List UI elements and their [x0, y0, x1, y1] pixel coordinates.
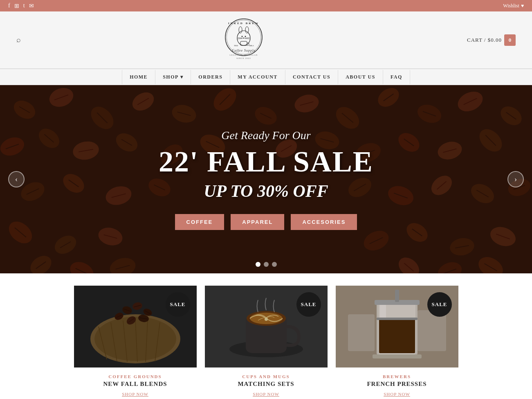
- hero-prev-button[interactable]: ‹: [8, 171, 25, 187]
- cart-count: 0: [504, 34, 516, 46]
- svg-point-8: [243, 38, 245, 38]
- heart-icon: ♥: [521, 3, 524, 9]
- product-name-cups: MATCHING SETS: [208, 381, 324, 388]
- product-card-coffee[interactable]: SALE COFFEE GROUNDS NEW FALL BLENDS SHOP…: [74, 286, 197, 399]
- sale-badge-coffee: SALE: [166, 292, 190, 317]
- svg-point-6: [242, 36, 243, 37]
- chevron-down-icon: ▾: [180, 74, 184, 80]
- sale-badge-cups: SALE: [296, 292, 321, 317]
- hero-dot-1[interactable]: [256, 262, 260, 267]
- svg-line-9: [238, 38, 242, 38]
- header-right: CART / $0.00 0: [467, 34, 516, 46]
- svg-text:SINCE 2022: SINCE 2022: [237, 57, 251, 59]
- product-name-coffee: NEW FALL BLENDS: [77, 381, 193, 388]
- hero-content: Get Ready For Our 22' FALL SALE UP TO 30…: [0, 85, 532, 273]
- shop-now-brewers[interactable]: SHOP NOW: [384, 392, 410, 397]
- nav-faq[interactable]: FAQ: [383, 70, 410, 84]
- hero-banner: Get Ready For Our 22' FALL SALE UP TO 30…: [0, 85, 532, 273]
- nav-shop[interactable]: SHOP ▾: [155, 70, 191, 84]
- top-bar: f ⊞ t ✉ Wishlist ♥: [0, 0, 532, 11]
- product-card-cups[interactable]: SALE CUPS AND MUGS MATCHING SETS SHOP NO…: [205, 286, 328, 399]
- facebook-icon[interactable]: f: [8, 2, 10, 9]
- svg-text:Coffee Supply: Coffee Supply: [232, 49, 256, 52]
- svg-point-7: [245, 36, 246, 37]
- hero-accessories-button[interactable]: ACCESORIES: [291, 214, 357, 230]
- hero-dot-2[interactable]: [264, 262, 269, 267]
- svg-point-4: [239, 27, 242, 33]
- product-card-brewers[interactable]: SALE BREWERS FRENCH PRESSES SHOP NOW: [336, 286, 458, 399]
- instagram-icon[interactable]: ⊞: [14, 2, 19, 9]
- header: ⌕ INKED BREW Co: [0, 11, 532, 69]
- nav-contact-us[interactable]: CONTACT US: [285, 70, 338, 84]
- shop-now-coffee[interactable]: SHOP NOW: [122, 392, 148, 397]
- product-info-cups: CUPS AND MUGS MATCHING SETS SHOP NOW: [205, 367, 328, 399]
- product-category-coffee: COFFEE GROUNDS: [77, 374, 193, 379]
- products-section: SALE COFFEE GROUNDS NEW FALL BLENDS SHOP…: [0, 273, 532, 399]
- hero-offer: UP TO 30% OFF: [204, 181, 328, 201]
- hero-apparel-button[interactable]: APPAREL: [231, 214, 284, 230]
- logo[interactable]: INKED BREW Coffee Supply LEONARD, MICHIG…: [217, 17, 270, 63]
- sale-badge-brewers: SALE: [427, 292, 452, 317]
- nav-my-account[interactable]: MY ACCOUNT: [230, 70, 285, 84]
- product-image-coffee: SALE: [74, 286, 197, 367]
- svg-text:MKA: MKA: [249, 45, 254, 47]
- search-button[interactable]: ⌕: [16, 36, 21, 44]
- hero-buttons: COFFEE APPAREL ACCESORIES: [175, 214, 357, 230]
- product-image-cups: SALE: [205, 286, 328, 367]
- nav-about-us[interactable]: ABOUT US: [338, 70, 383, 84]
- social-icons: f ⊞ t ✉: [8, 2, 34, 9]
- wishlist-link[interactable]: Wishlist ♥: [503, 3, 524, 9]
- email-icon[interactable]: ✉: [29, 2, 34, 9]
- cart-label: CART / $0.00: [467, 37, 502, 43]
- svg-point-5: [245, 27, 249, 33]
- nav-home[interactable]: HOME: [122, 70, 155, 84]
- hero-subtitle: Get Ready For Our: [221, 129, 311, 142]
- svg-text:LEONARD, MICHIGAN: LEONARD, MICHIGAN: [230, 54, 258, 56]
- svg-text:INKED BREW: INKED BREW: [228, 22, 259, 25]
- hero-title: 22' FALL SALE: [159, 147, 373, 176]
- hero-dot-3[interactable]: [272, 262, 277, 267]
- svg-line-11: [245, 38, 250, 38]
- product-category-cups: CUPS AND MUGS: [208, 374, 324, 379]
- cart[interactable]: CART / $0.00 0: [467, 34, 516, 46]
- product-name-brewers: FRENCH PRESSES: [339, 381, 455, 388]
- product-category-brewers: BREWERS: [339, 374, 455, 379]
- twitter-icon[interactable]: t: [23, 2, 25, 9]
- product-info-coffee: COFFEE GROUNDS NEW FALL BLENDS SHOP NOW: [74, 367, 197, 399]
- shop-now-cups[interactable]: SHOP NOW: [253, 392, 279, 397]
- wishlist-label: Wishlist: [503, 3, 519, 9]
- product-image-brewers: SALE: [336, 286, 458, 367]
- hero-coffee-button[interactable]: COFFEE: [175, 214, 224, 230]
- header-left: ⌕: [16, 36, 21, 44]
- hero-next-button[interactable]: ›: [507, 171, 524, 187]
- logo-svg: INKED BREW Coffee Supply LEONARD, MICHIG…: [217, 17, 270, 62]
- navigation: HOME SHOP ▾ ORDERS MY ACCOUNT CONTACT US…: [0, 69, 532, 85]
- nav-orders[interactable]: ORDERS: [191, 70, 230, 84]
- svg-line-10: [238, 38, 242, 39]
- hero-dots: [256, 262, 277, 267]
- product-info-brewers: BREWERS FRENCH PRESSES SHOP NOW: [336, 367, 458, 399]
- svg-text:TBD: TBD: [234, 45, 238, 47]
- svg-line-12: [245, 38, 250, 39]
